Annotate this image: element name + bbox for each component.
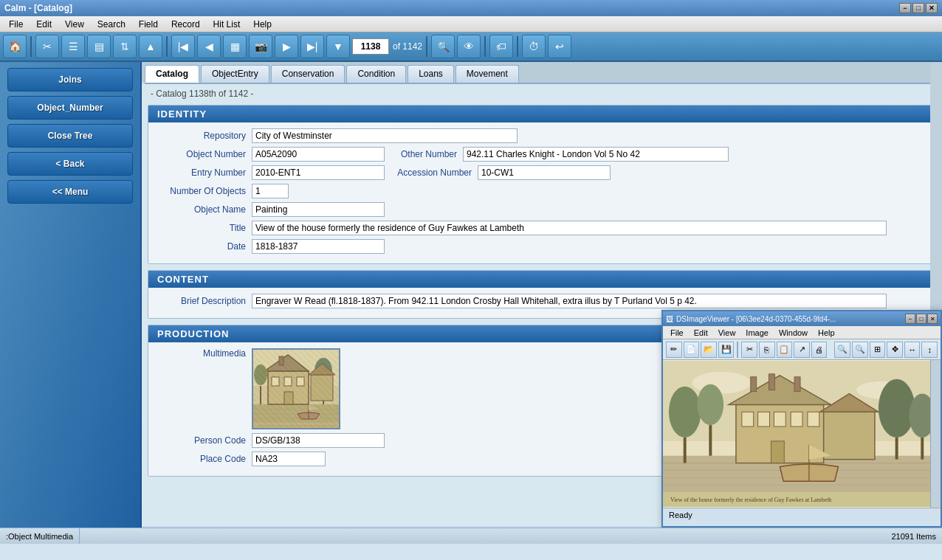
tab-condition[interactable]: Condition <box>346 65 406 83</box>
first-button[interactable]: |◀ <box>171 35 195 58</box>
search-button[interactable]: 🔍 <box>431 35 455 58</box>
menu-record[interactable]: Record <box>165 18 206 31</box>
iv-minimize-btn[interactable]: − <box>905 314 915 324</box>
sort-button[interactable]: ⇅ <box>113 35 137 58</box>
menu-button[interactable]: << Menu <box>7 180 133 204</box>
catalog-header: - Catalog 1138th of 1142 - <box>148 87 936 100</box>
iv-cut-btn[interactable]: ✂ <box>741 342 757 358</box>
image-viewer-popup: 🖼 DSImageViewer - [06\3ee24d-0370-455d-9… <box>661 310 942 528</box>
date-label: Date <box>157 241 246 252</box>
iv-menu-edit[interactable]: Edit <box>690 328 712 338</box>
camera-button[interactable]: 📷 <box>249 35 272 58</box>
menu-search[interactable]: Search <box>92 18 131 31</box>
last-button[interactable]: ▶| <box>300 35 324 58</box>
date-row: Date <box>157 239 926 254</box>
iv-pen-btn[interactable]: ✏ <box>666 342 682 358</box>
svg-point-25 <box>692 372 751 394</box>
iv-open-btn[interactable]: 📂 <box>701 342 717 358</box>
thumbnail-svg <box>253 349 339 429</box>
iv-flip-v-btn[interactable]: ↕ <box>921 342 938 358</box>
iv-maximize-btn[interactable]: □ <box>916 314 926 324</box>
iv-save-btn[interactable]: 💾 <box>718 342 735 358</box>
iv-menu-help[interactable]: Help <box>814 328 839 338</box>
home-button[interactable]: 🏠 <box>3 35 27 58</box>
menu-view[interactable]: View <box>59 18 90 31</box>
brief-desc-input[interactable] <box>252 294 887 308</box>
iv-new-btn[interactable]: 📄 <box>684 342 700 358</box>
iv-pan-btn[interactable]: ✥ <box>887 342 903 358</box>
object-number-button[interactable]: Object_Number <box>7 96 133 120</box>
dropdown-button[interactable]: ▼ <box>326 35 350 58</box>
minimize-button[interactable]: − <box>899 3 911 13</box>
num-objects-input[interactable] <box>252 184 289 198</box>
iv-copy-btn[interactable]: ⎘ <box>759 342 775 358</box>
accession-number-input[interactable] <box>478 165 611 180</box>
iv-zoom-in-btn[interactable]: 🔍 <box>834 342 850 358</box>
place-code-input[interactable] <box>252 452 326 466</box>
tag-button[interactable]: 🏷 <box>489 35 513 58</box>
title-input[interactable] <box>252 221 887 235</box>
svg-point-12 <box>314 358 332 384</box>
tab-movement[interactable]: Movement <box>455 65 519 83</box>
svg-rect-1 <box>253 349 339 386</box>
close-button[interactable]: ✕ <box>926 3 938 13</box>
svg-rect-46 <box>771 441 784 463</box>
filter-button[interactable]: ▤ <box>87 35 111 58</box>
num-objects-label: Number Of Objects <box>157 186 246 196</box>
menu-edit[interactable]: Edit <box>30 18 58 31</box>
menu-hitlist[interactable]: Hit List <box>207 18 247 31</box>
other-number-input[interactable] <box>463 147 729 162</box>
entry-number-input[interactable] <box>252 165 385 180</box>
date-input[interactable] <box>252 239 385 254</box>
iv-fit-btn[interactable]: ⊞ <box>870 342 886 358</box>
iv-title-bar: 🖼 DSImageViewer - [06\3ee24d-0370-455d-9… <box>663 311 941 326</box>
grid-button[interactable]: ▦ <box>223 35 247 58</box>
iv-scrollbar[interactable] <box>930 360 941 508</box>
iv-print-btn[interactable] <box>737 342 738 358</box>
iv-menu-image[interactable]: Image <box>741 328 773 338</box>
maximize-button[interactable]: □ <box>912 3 924 13</box>
menu-field[interactable]: Field <box>133 18 164 31</box>
svg-point-49 <box>879 379 915 438</box>
iv-menu-file[interactable]: File <box>666 328 688 338</box>
tab-loans[interactable]: Loans <box>408 65 454 83</box>
iv-zoom-out-btn[interactable]: 🔍 <box>852 342 868 358</box>
undo-button[interactable]: ↩ <box>548 35 571 58</box>
arrow-up-button[interactable]: ▲ <box>139 35 162 58</box>
list-button[interactable]: ☰ <box>61 35 85 58</box>
entry-number-label: Entry Number <box>157 167 246 178</box>
menu-file[interactable]: File <box>3 18 29 31</box>
object-number-input[interactable] <box>252 147 385 162</box>
iv-flip-h-btn[interactable]: ↔ <box>904 342 921 358</box>
next-button[interactable]: ▶ <box>275 35 298 58</box>
object-other-row: Object Number Other Number <box>157 147 926 162</box>
repository-input[interactable] <box>252 128 518 143</box>
tab-conservation[interactable]: Conservation <box>271 65 345 83</box>
multimedia-thumbnail[interactable] <box>252 348 340 429</box>
back-button[interactable]: < Back <box>7 152 133 176</box>
tab-catalog[interactable]: Catalog <box>145 65 199 83</box>
object-number-label: Object Number <box>157 149 246 159</box>
iv-menu-view[interactable]: View <box>714 328 740 338</box>
iv-close-btn[interactable]: ✕ <box>927 314 938 324</box>
menu-help[interactable]: Help <box>247 18 278 31</box>
iv-menu-window[interactable]: Window <box>774 328 812 338</box>
prev-button[interactable]: ◀ <box>197 35 221 58</box>
tab-objectentry[interactable]: ObjectEntry <box>201 65 269 83</box>
svg-rect-50 <box>895 438 898 460</box>
eye-button[interactable]: 👁 <box>457 35 481 58</box>
object-name-input[interactable] <box>252 202 385 217</box>
close-tree-button[interactable]: Close Tree <box>7 124 133 148</box>
clock-button[interactable]: ⏱ <box>522 35 546 58</box>
iv-menu-bar: File Edit View Image Window Help <box>663 326 941 339</box>
svg-rect-33 <box>684 438 687 463</box>
iv-print2-btn[interactable]: 🖨 <box>811 342 828 358</box>
joins-button[interactable]: Joins <box>7 68 133 91</box>
svg-rect-38 <box>751 377 757 392</box>
iv-export-btn[interactable]: ↗ <box>794 342 810 358</box>
person-code-input[interactable] <box>252 433 385 448</box>
iv-paste-btn[interactable]: 📋 <box>777 342 793 358</box>
tools-button[interactable]: ✂ <box>35 35 59 58</box>
svg-point-32 <box>669 387 701 438</box>
iv-title: DSImageViewer - [06\3ee24d-0370-455d-9fd… <box>673 315 905 323</box>
